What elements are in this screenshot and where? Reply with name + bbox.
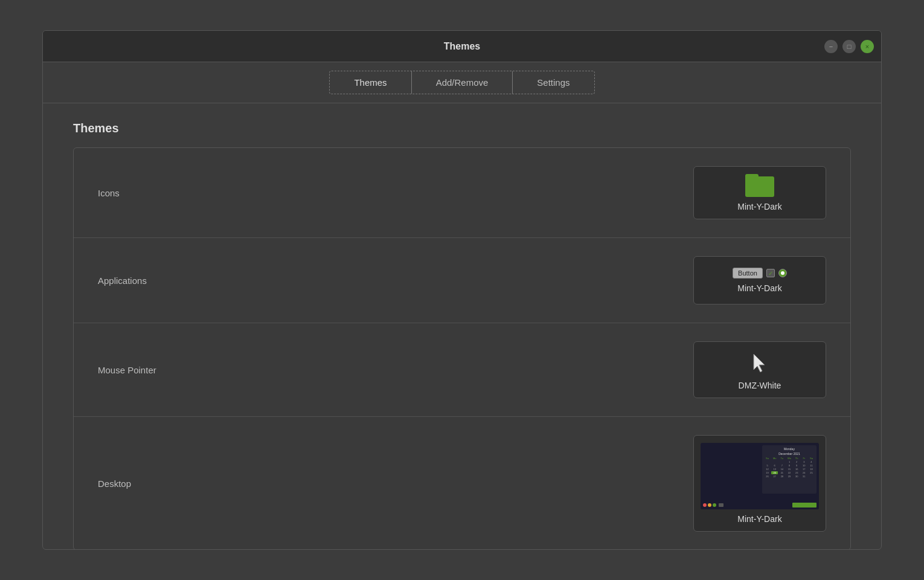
tab-themes[interactable]: Themes xyxy=(330,71,411,94)
minimize-button[interactable]: − xyxy=(824,40,838,53)
applications-row: Applications Button ✓ Mint-Y-Dark xyxy=(74,238,850,323)
svg-marker-0 xyxy=(754,354,765,372)
mini-button: Button xyxy=(733,268,763,279)
applications-preview[interactable]: Button ✓ Mint-Y-Dark xyxy=(693,256,826,304)
desktop-preview[interactable]: Monday December 2021 Su Mo Tu We Th Fr S… xyxy=(693,435,826,532)
folder-body xyxy=(745,176,774,197)
app-widget: Button ✓ xyxy=(733,268,787,279)
section-title: Themes xyxy=(73,121,851,135)
desktop-thumbnail: Monday December 2021 Su Mo Tu We Th Fr S… xyxy=(701,443,819,509)
themes-panel: Icons Mint-Y-Dark Applications Button ✓ xyxy=(73,147,851,549)
maximize-icon: □ xyxy=(847,43,852,50)
taskbar-dot-red xyxy=(703,503,707,507)
icons-row: Icons Mint-Y-Dark xyxy=(74,148,850,238)
cal-day: Monday xyxy=(764,447,815,451)
tab-bar: Themes Add/Remove Settings xyxy=(43,62,881,103)
taskbar-left xyxy=(703,503,723,507)
taskbar-dot-green xyxy=(713,503,716,507)
mouse-pointer-preview[interactable]: DMZ-White xyxy=(693,341,826,398)
close-icon: × xyxy=(865,43,869,50)
desktop-calendar: Monday December 2021 Su Mo Tu We Th Fr S… xyxy=(762,445,817,494)
window-title: Themes xyxy=(444,41,480,51)
icons-label: Icons xyxy=(98,188,693,198)
taskbar-right-widget xyxy=(792,503,817,507)
tab-settings[interactable]: Settings xyxy=(513,71,594,94)
close-button[interactable]: × xyxy=(861,40,874,53)
minimize-icon: − xyxy=(829,43,833,50)
window-title-area: Themes xyxy=(444,41,480,52)
content-area: Themes Icons Mint-Y-Dark Applications xyxy=(43,103,881,549)
titlebar: Themes − □ × xyxy=(43,31,881,62)
tab-group: Themes Add/Remove Settings xyxy=(329,71,594,94)
mini-checkbox: ✓ xyxy=(766,269,775,277)
folder-icon xyxy=(745,174,774,197)
taskbar-dot-yellow xyxy=(708,503,711,507)
applications-label: Applications xyxy=(98,276,693,286)
cursor-icon xyxy=(752,353,767,372)
cal-month: December 2021 xyxy=(764,452,815,456)
icons-theme-name: Mint-Y-Dark xyxy=(737,202,781,211)
taskbar-folder-icon xyxy=(719,503,723,507)
mouse-pointer-theme-name: DMZ-White xyxy=(739,381,781,390)
mini-radio-inner xyxy=(781,271,784,275)
icons-preview[interactable]: Mint-Y-Dark xyxy=(693,166,826,219)
mouse-pointer-label: Mouse Pointer xyxy=(98,365,693,375)
desktop-theme-name: Mint-Y-Dark xyxy=(737,514,781,524)
desktop-row: Desktop Monday December 2021 Su Mo Tu We xyxy=(74,417,850,549)
main-window: Themes − □ × Themes Add/Remove Settings xyxy=(42,30,882,550)
maximize-button[interactable]: □ xyxy=(842,40,856,53)
window-controls: − □ × xyxy=(824,40,874,53)
mini-radio xyxy=(778,269,787,277)
mouse-pointer-row: Mouse Pointer DMZ-White xyxy=(74,323,850,417)
applications-theme-name: Mint-Y-Dark xyxy=(737,283,781,293)
desktop-label: Desktop xyxy=(98,478,693,489)
desktop-taskbar xyxy=(701,501,819,509)
cursor-container xyxy=(748,349,772,376)
tab-add-remove[interactable]: Add/Remove xyxy=(412,71,513,94)
cal-headers: Su Mo Tu We Th Fr Sa xyxy=(764,457,815,478)
